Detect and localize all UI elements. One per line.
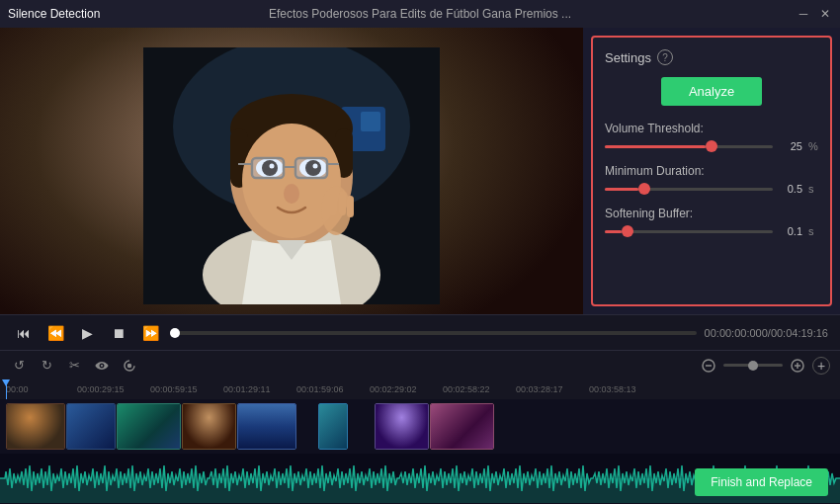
progress-thumb <box>170 328 180 338</box>
clip-2[interactable] <box>66 403 116 450</box>
frame-back-button[interactable]: ⏪ <box>43 321 67 345</box>
frame-forward-button[interactable]: ⏩ <box>138 321 162 345</box>
svg-rect-25 <box>253 159 283 177</box>
min-duration-row: 0.5 s <box>605 183 818 195</box>
svg-point-32 <box>128 364 131 367</box>
clip-5[interactable] <box>237 403 296 450</box>
zoom-slider[interactable] <box>723 364 783 367</box>
video-frame <box>0 28 583 314</box>
timeline-area: ↺ ↻ ✂ + 00:00 00:00:29:15 00:00:59:15 <box>0 350 840 504</box>
playback-bar: ⏮ ⏪ ▶ ⏹ ⏩ 00:00:00:000/00:04:19:16 <box>0 314 840 350</box>
min-duration-value: 0.5 <box>779 183 802 195</box>
softening-buffer-label: Softening Buffer: <box>605 207 818 220</box>
softening-buffer-unit: s <box>808 225 818 237</box>
clip-6[interactable] <box>318 403 348 450</box>
play-button[interactable]: ▶ <box>75 321 99 345</box>
softening-buffer-group: Softening Buffer: 0.1 s <box>605 207 818 237</box>
softening-buffer-slider[interactable] <box>605 230 773 233</box>
scissors-button[interactable]: ✂ <box>65 357 83 375</box>
analyze-button[interactable]: Analyze <box>661 77 762 106</box>
video-title: Efectos Poderosos Para Edits de Fútbol G… <box>269 7 571 21</box>
info-icon[interactable]: ? <box>657 49 673 65</box>
main-area: Settings ? Analyze Volume Threshold: 25 … <box>0 28 840 314</box>
timeline-toolbar: ↺ ↻ ✂ + <box>0 350 840 379</box>
finish-replace-button[interactable]: Finish and Replace <box>695 468 828 496</box>
magnet-button[interactable] <box>121 357 138 375</box>
volume-threshold-value: 25 <box>779 140 802 152</box>
ruler-mark-2: 00:00:59:15 <box>150 384 198 394</box>
zoom-plus-icon[interactable] <box>789 357 806 375</box>
svg-rect-3 <box>361 112 380 131</box>
min-duration-label: Minimum Duration: <box>605 164 818 178</box>
progress-bar[interactable] <box>170 331 697 335</box>
clip-3[interactable] <box>117 403 181 450</box>
timeline-ruler: 00:00 00:00:29:15 00:00:59:15 00:01:29:1… <box>0 379 840 399</box>
redo-button[interactable]: ↻ <box>38 357 55 375</box>
svg-rect-30 <box>339 191 346 215</box>
close-button[interactable]: ✕ <box>818 7 832 21</box>
svg-rect-26 <box>296 159 326 177</box>
min-duration-unit: s <box>808 183 818 195</box>
softening-buffer-value: 0.1 <box>779 225 802 237</box>
min-duration-slider[interactable] <box>605 188 773 191</box>
clip-7[interactable] <box>375 403 429 450</box>
finish-bar: Finish and Replace <box>695 468 828 496</box>
volume-threshold-unit: % <box>808 140 818 152</box>
ruler-mark-7: 00:03:28:17 <box>516 384 563 394</box>
ruler-mark-3: 00:01:29:11 <box>223 384 271 394</box>
app-title: Silence Detection <box>8 7 100 21</box>
svg-point-27 <box>284 184 299 204</box>
video-preview <box>0 28 583 314</box>
stop-button[interactable]: ⏹ <box>107 321 130 345</box>
timeline-clips[interactable] <box>0 399 840 454</box>
video-content <box>143 47 440 304</box>
window-controls: ─ ✕ <box>797 7 832 21</box>
volume-threshold-row: 25 % <box>605 140 818 152</box>
clip-8[interactable] <box>430 403 494 450</box>
ruler-mark-4: 00:01:59:06 <box>296 384 344 394</box>
svg-rect-31 <box>347 196 354 217</box>
settings-header: Settings ? <box>605 49 818 65</box>
min-duration-group: Minimum Duration: 0.5 s <box>605 164 818 195</box>
ruler-mark-6: 00:02:58:22 <box>443 384 490 394</box>
titlebar: Silence Detection Efectos Poderosos Para… <box>0 0 840 28</box>
volume-threshold-slider[interactable] <box>605 145 773 148</box>
zoom-controls: + <box>700 357 830 375</box>
clip-1[interactable] <box>6 403 65 450</box>
playhead <box>6 379 7 399</box>
volume-threshold-group: Volume Threshold: 25 % <box>605 122 818 152</box>
back-skip-button[interactable]: ⏮ <box>12 321 36 345</box>
softening-buffer-row: 0.1 s <box>605 225 818 237</box>
eye-button[interactable] <box>93 357 111 375</box>
settings-panel: Settings ? Analyze Volume Threshold: 25 … <box>591 36 832 306</box>
settings-label: Settings <box>605 50 651 65</box>
undo-button[interactable]: ↺ <box>10 357 28 375</box>
time-display: 00:00:00:000/00:04:19:16 <box>705 327 828 339</box>
ruler-mark-5: 00:02:29:02 <box>370 384 417 394</box>
svg-rect-29 <box>329 194 337 215</box>
zoom-minus-icon[interactable] <box>700 357 717 375</box>
clip-4[interactable] <box>182 403 236 450</box>
minimize-button[interactable]: ─ <box>797 7 810 21</box>
ruler-mark-8: 00:03:58:13 <box>589 384 636 394</box>
add-track-button[interactable]: + <box>812 357 830 375</box>
ruler-mark-1: 00:00:29:15 <box>77 384 125 394</box>
volume-threshold-label: Volume Threshold: <box>605 122 818 135</box>
